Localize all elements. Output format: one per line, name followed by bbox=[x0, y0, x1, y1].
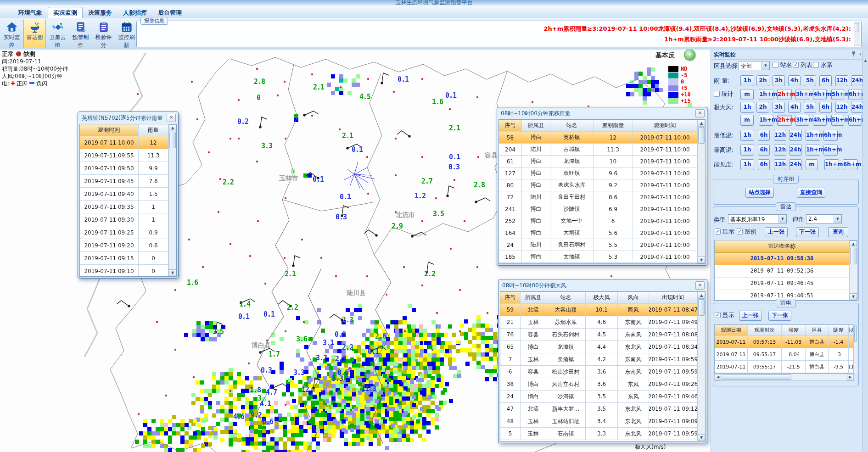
next-image-button[interactable]: 下一张 bbox=[768, 311, 791, 321]
scroll-right-icon[interactable]: ▶ bbox=[847, 374, 853, 380]
radar-image-item[interactable]: 2019-07-11 09:58:30 bbox=[715, 253, 849, 265]
period-button-1h[interactable]: 1h bbox=[740, 159, 754, 170]
period-button-1h+m[interactable]: 1h+m bbox=[806, 130, 820, 141]
period-button-3h[interactable]: 3h bbox=[773, 102, 785, 113]
period-button-m[interactable]: m bbox=[740, 89, 754, 100]
toolbar-button-radar[interactable]: 雷达图 bbox=[23, 19, 46, 48]
table-row[interactable]: 61博白龙潭镇102019-07-11 10:00 bbox=[499, 156, 697, 167]
radar-image-item[interactable]: 2019-07-11 09:52:36 bbox=[715, 265, 849, 278]
period-button-6h+m[interactable]: 6h+m bbox=[848, 89, 862, 100]
period-button-1h+m[interactable]: 1h+m bbox=[824, 159, 839, 170]
next-image-button[interactable]: 下一张 bbox=[796, 227, 819, 237]
radar-type-dropdown[interactable]: 基本反射率19▼ bbox=[728, 214, 787, 223]
radar-image-item[interactable]: 2019-07-11 09:46:45 bbox=[715, 278, 849, 290]
toolbar-button-satellite[interactable]: 卫星云图 bbox=[46, 19, 69, 48]
scroll-down-icon[interactable]: ▼ bbox=[698, 434, 705, 441]
period-button-3h[interactable]: 3h bbox=[773, 75, 785, 86]
table-row[interactable]: 59北流大容山顶10.1西风2019-07-11 08:47 bbox=[500, 304, 697, 316]
dropdown-arrow-icon[interactable]: ▼ bbox=[778, 215, 786, 223]
dropdown-arrow-icon[interactable]: ▼ bbox=[762, 61, 769, 70]
close-icon[interactable]: × bbox=[695, 281, 705, 290]
table-row[interactable]: 76容县石头石剑村4.5东南风2019-07-11 08:08 bbox=[500, 329, 697, 341]
radar-elev-dropdown[interactable]: 2.4▼ bbox=[806, 214, 842, 223]
dropdown-arrow-icon[interactable]: ▼ bbox=[834, 215, 841, 223]
menu-tab-1[interactable]: 环境气象 bbox=[13, 7, 48, 19]
table-row[interactable]: 2019-07-1109:55:17-21.5博白县-9.511 bbox=[715, 361, 853, 373]
period-button-1h[interactable]: 1h bbox=[740, 102, 754, 113]
table-row[interactable]: 204陆川古城镇11.32019-07-11 10:00 bbox=[499, 144, 697, 156]
period-button-5h+m[interactable]: 5h+m bbox=[831, 89, 844, 100]
table-row[interactable]: 2019-07-11 09:250.9 bbox=[80, 226, 168, 239]
table-row[interactable]: 252博白文地一中62019-07-11 10:00 bbox=[499, 215, 697, 227]
period-button-3h+m[interactable]: 3h+m bbox=[795, 115, 809, 126]
window-extreme-wind[interactable]: 08时~10时00分钟极大风×序号所属县站名极大风风向出现时间59北流大容山顶1… bbox=[498, 279, 707, 443]
rain5-window-title-bar[interactable]: 英桥镇(N5702)逐5分钟累计雨量 bbox=[78, 112, 178, 123]
query-button[interactable]: 查询 bbox=[828, 227, 848, 237]
period-button-5h[interactable]: 5h bbox=[804, 102, 816, 113]
toolbar-button-score[interactable]: 检验评分 bbox=[92, 19, 115, 48]
period-button-2h+m[interactable]: 2h+m bbox=[777, 115, 792, 126]
period-button-4h[interactable]: 4h bbox=[788, 102, 801, 113]
period-button-6h[interactable]: 6h bbox=[758, 145, 770, 156]
option-2-checkbox[interactable]: ✓ bbox=[793, 62, 799, 68]
period-button-4h+m[interactable]: 4h+m bbox=[813, 89, 827, 100]
period-button-6h+m[interactable]: 6h+m bbox=[823, 145, 838, 156]
table-row[interactable]: 2019-07-11 09:301 bbox=[80, 213, 168, 226]
period-button-m[interactable]: m bbox=[740, 115, 754, 126]
table-row[interactable]: 2019-07-11 09:401.5 bbox=[80, 188, 168, 201]
table-row[interactable]: 2019-07-11 09:457.6 bbox=[80, 175, 168, 188]
period-button-12h[interactable]: 12h bbox=[774, 145, 786, 156]
table-row[interactable]: 2019-07-11 09:509.9 bbox=[80, 162, 168, 175]
scroll-down-icon[interactable]: ▼ bbox=[698, 257, 705, 263]
table-row[interactable]: 2019-07-11 09:200.6 bbox=[80, 239, 168, 252]
district-dropdown[interactable]: 全部▼ bbox=[739, 61, 770, 70]
vertical-scrollbar[interactable]: ▲▼ bbox=[697, 292, 705, 441]
period-button-6h[interactable]: 6h bbox=[758, 159, 770, 170]
period-button-12h[interactable]: 12h bbox=[835, 75, 848, 86]
option-1-checkbox[interactable] bbox=[773, 62, 778, 68]
period-button-1h+m[interactable]: 1h+m bbox=[759, 89, 773, 100]
table-row[interactable]: 185博白文地镇5.32019-07-11 10:00 bbox=[499, 251, 697, 263]
table-row[interactable]: 72陆川良田车田村8.62019-07-11 10:00 bbox=[499, 191, 697, 203]
period-button-12h[interactable]: 12h bbox=[835, 102, 848, 113]
period-button-6h[interactable]: 6h bbox=[758, 130, 770, 141]
table-row[interactable]: 48玉林玉林站旧址3.4东北风2019-07-11 09:09 bbox=[500, 415, 697, 428]
scroll-up-icon[interactable]: ▲ bbox=[698, 120, 705, 127]
period-button-6h+m[interactable]: 6h+m bbox=[848, 115, 862, 126]
period-button-1h+m[interactable]: 1h+m bbox=[759, 115, 773, 126]
scroll-up-icon[interactable]: ▲ bbox=[698, 292, 705, 299]
table-row[interactable]: 24博白沙河镇3.5东风2019-07-11 09:46 bbox=[500, 391, 697, 403]
table-row[interactable]: 6容县松山沙田村3.6东南风2019-07-11 09:59 bbox=[500, 366, 697, 378]
select-station-button[interactable]: 站点选择 bbox=[745, 188, 774, 198]
vertical-scrollbar[interactable]: ▲▼ bbox=[168, 124, 176, 276]
period-button-5h[interactable]: 5h bbox=[804, 75, 816, 86]
period-button-1h[interactable]: 1h bbox=[740, 145, 754, 156]
lightning-show-checkbox[interactable]: ✓ bbox=[715, 312, 721, 318]
scroll-up-icon[interactable]: ▲ bbox=[863, 58, 868, 63]
table-row[interactable]: 38博白凤山立石村3.6东风2019-07-11 09:26 bbox=[500, 378, 697, 391]
period-button-1h+m[interactable]: 1h+m bbox=[806, 145, 820, 156]
period-button-2h+m[interactable]: 2h+m bbox=[777, 89, 792, 100]
scroll-up-icon[interactable]: ▲ bbox=[169, 124, 176, 131]
map-viewport[interactable]: 0.10.10.20.10.10.10.10.10.10.10.31.20.30… bbox=[0, 50, 711, 452]
pin-icon[interactable] bbox=[851, 51, 856, 57]
table-row[interactable]: 80博白老虎头水库9.22019-07-11 10:00 bbox=[499, 179, 697, 191]
direct-query-button[interactable]: 直接查询 bbox=[797, 188, 825, 198]
table-row[interactable]: 5玉林石南镇3.3东北风2019-07-11 09:59 bbox=[500, 428, 697, 440]
menu-tab-2[interactable]: 实况监测 bbox=[48, 7, 83, 19]
radar-legend-checkbox[interactable]: ✓ bbox=[737, 229, 743, 234]
option-3-checkbox[interactable] bbox=[813, 62, 819, 68]
vertical-scrollbar[interactable]: ▲▼ bbox=[697, 120, 705, 263]
alarm-scrollbar[interactable] bbox=[854, 22, 860, 46]
period-button-24h[interactable]: 24h bbox=[851, 102, 863, 113]
toolbar-button-home[interactable]: 实时监控 bbox=[0, 19, 23, 48]
menu-tab-3[interactable]: 决策服务 bbox=[83, 7, 118, 19]
prev-image-button[interactable]: 上一张 bbox=[765, 227, 788, 237]
table-row[interactable]: 2019-07-1109:57:13-11.03博白县-1.4 bbox=[715, 336, 853, 348]
scroll-down-icon[interactable]: ▼ bbox=[169, 269, 176, 276]
collapse-icon[interactable]: › bbox=[859, 51, 862, 57]
add-icon[interactable]: + bbox=[684, 50, 695, 61]
period-button-2h[interactable]: 2h bbox=[756, 102, 769, 113]
table-row[interactable]: 24陆川良田石垌村5.52019-07-11 10:00 bbox=[499, 239, 697, 251]
table-row[interactable]: 2019-07-11 09:100 bbox=[80, 265, 168, 276]
